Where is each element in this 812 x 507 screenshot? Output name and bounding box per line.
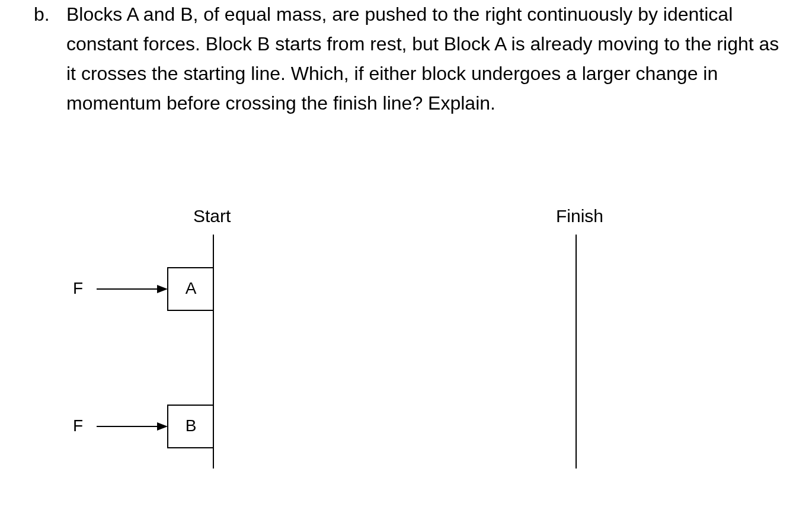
arrow-a-head-icon <box>157 285 168 293</box>
arrow-b-head-icon <box>157 422 168 431</box>
block-a-rect <box>168 268 213 310</box>
diagram-svg <box>0 0 812 507</box>
block-b-rect <box>168 405 213 448</box>
page-container: b. Blocks A and B, of equal mass, are pu… <box>0 0 812 507</box>
